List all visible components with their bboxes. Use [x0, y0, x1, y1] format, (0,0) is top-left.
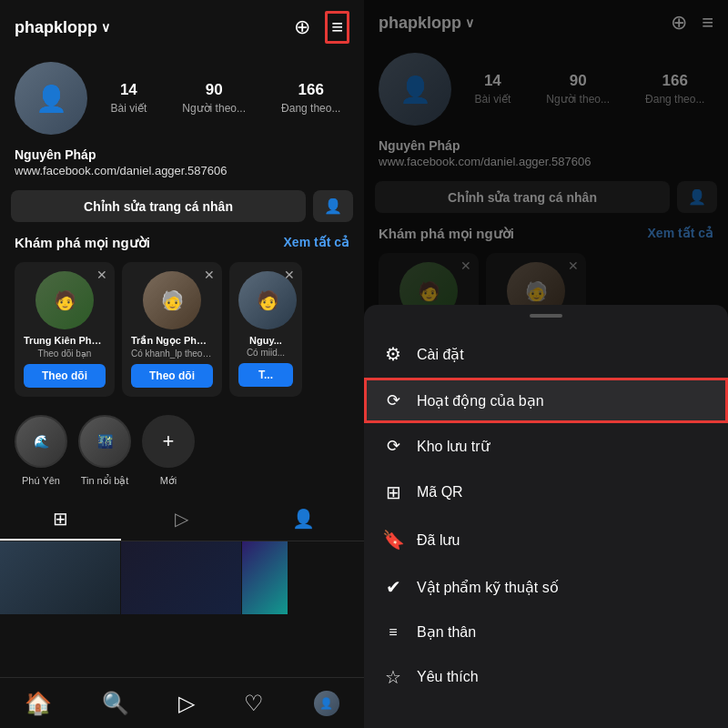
left-stat-followers-number: 90 [182, 81, 246, 99]
left-discover-header: Khám phá mọi người Xem tất cả [0, 228, 364, 255]
bottom-sheet-menu: ⚙ Cài đặt ⟳ Hoạt động của bạn ⟳ Kho lưu … [364, 305, 728, 728]
menu-item-saved[interactable]: 🔖 Đã lưu [364, 516, 728, 563]
left-discover-title: Khám phá mọi người [15, 235, 150, 251]
left-story-label-1: Phú Yên [22, 475, 60, 486]
sheet-handle [530, 314, 562, 318]
left-post-thumb-3[interactable] [242, 541, 288, 614]
left-person-card-1: ✕ 🧑 Trung Kiên Phạm Theo dõi bạn Theo dõ… [15, 262, 115, 397]
left-story-2[interactable]: 🌃 Tin nổi bật [78, 415, 131, 488]
left-nav-avatar: 👤 [314, 691, 339, 716]
left-stat-following-number: 166 [281, 81, 340, 99]
left-bottom-nav: 🏠 🔍 ▷ ♡ 👤 [0, 677, 364, 728]
left-nav-home-icon[interactable]: 🏠 [25, 691, 52, 716]
menu-item-activity[interactable]: ⟳ Hoạt động của bạn [364, 378, 728, 423]
left-nav-profile-icon[interactable]: 👤 [314, 691, 339, 716]
saved-icon: 🔖 [382, 529, 404, 551]
left-stat-posts-label: Bài viết [111, 102, 147, 115]
right-panel: phapklopp ∨ ⊕ ≡ 👤 14 Bài viết 90 Người t… [364, 0, 728, 728]
left-post-thumb-1[interactable] [0, 541, 120, 614]
left-person-sub-1: Theo dõi bạn [24, 349, 106, 359]
settings-icon: ⚙ [382, 343, 404, 365]
left-stat-posts: 14 Bài viết [111, 81, 147, 116]
left-edit-button[interactable]: Chỉnh sửa trang cá nhân [11, 190, 306, 222]
left-follow-btn-1[interactable]: Theo dõi [24, 364, 106, 388]
left-post-thumb-2[interactable] [121, 541, 241, 614]
left-person-card-3: ✕ 🧑 Nguy... Có miid... T... [229, 262, 302, 397]
left-person-sub-3: Có miid... [238, 348, 293, 358]
qr-icon: ⊞ [382, 481, 404, 503]
menu-item-archive[interactable]: ⟳ Kho lưu trữ [364, 423, 728, 469]
left-tab-tagged[interactable]: 👤 [243, 499, 364, 541]
left-story-1[interactable]: 🌊 Phú Yên [15, 415, 67, 488]
left-person-close-2[interactable]: ✕ [204, 268, 215, 282]
left-person-name-1: Trung Kiên Phạm [24, 335, 106, 347]
left-person-name-3: Nguy... [238, 335, 293, 346]
menu-item-favorites[interactable]: ☆ Yêu thích [364, 653, 728, 701]
menu-item-friends[interactable]: ≡ Bạn thân [364, 611, 728, 653]
menu-item-archive-label: Kho lưu trữ [417, 438, 490, 455]
left-person-sub-2: Có khanh_lp theo dõi [131, 349, 213, 359]
menu-item-activity-label: Hoạt động của bạn [417, 392, 544, 410]
left-stat-posts-number: 14 [111, 81, 147, 99]
left-tab-grid[interactable]: ⊞ [0, 499, 121, 541]
archive-icon: ⟳ [382, 436, 404, 456]
left-stat-followers-label: Người theo... [182, 102, 246, 115]
left-person-avatar-2: 🧓 [143, 271, 201, 329]
menu-item-digital[interactable]: ✔ Vật phẩm kỹ thuật số [364, 563, 728, 611]
left-stats-row: 14 Bài viết 90 Người theo... 166 Đang th… [102, 81, 349, 116]
menu-item-settings[interactable]: ⚙ Cài đặt [364, 330, 728, 378]
left-person-avatar-1: 🧑 [35, 271, 94, 329]
left-stat-following-label: Đang theo... [281, 102, 340, 115]
left-nav-reels-icon[interactable]: ▷ [178, 691, 195, 716]
activity-icon: ⟳ [382, 390, 404, 410]
friends-icon: ≡ [382, 624, 404, 641]
menu-item-qr[interactable]: ⊞ Mã QR [364, 469, 728, 516]
left-nav-search-icon[interactable]: 🔍 [102, 691, 129, 716]
left-person-close-3[interactable]: ✕ [284, 268, 295, 282]
left-follow-btn-3[interactable]: T... [238, 363, 293, 387]
left-tab-reels[interactable]: ▷ [121, 499, 242, 541]
menu-item-digital-label: Vật phẩm kỹ thuật số [417, 579, 559, 596]
left-discover-people: ✕ 🧑 Trung Kiên Phạm Theo dõi bạn Theo dõ… [0, 255, 364, 404]
left-person-name-2: Trần Ngọc Phước [131, 335, 213, 347]
left-header-icons: ⊕ ≡ [294, 11, 349, 44]
left-story-circle-1: 🌊 [15, 415, 67, 468]
left-story-new[interactable]: + Mới [142, 415, 195, 488]
menu-item-saved-label: Đã lưu [417, 531, 460, 549]
left-post-grid [0, 541, 364, 665]
left-story-label-2: Tin nổi bật [81, 475, 129, 486]
left-follow-btn-2[interactable]: Theo dõi [131, 364, 213, 388]
left-username-text: phapklopp [15, 18, 97, 37]
menu-item-favorites-label: Yêu thích [417, 669, 479, 685]
left-discover-see-all[interactable]: Xem tất cả [284, 235, 349, 251]
left-profile-section: 👤 14 Bài viết 90 Người theo... 166 Đang … [0, 55, 364, 142]
left-chevron-icon: ∨ [101, 20, 110, 35]
left-story-circle-2: 🌃 [78, 415, 131, 468]
left-person-button[interactable]: 👤 [313, 190, 353, 222]
left-header: phapklopp ∨ ⊕ ≡ [0, 0, 364, 55]
left-profile-action-row: Chỉnh sửa trang cá nhân 👤 [0, 185, 364, 228]
left-story-circle-new: + [142, 415, 195, 468]
left-stat-following: 166 Đang theo... [281, 81, 340, 116]
left-person-close-1[interactable]: ✕ [96, 268, 107, 282]
left-panel: phapklopp ∨ ⊕ ≡ 👤 14 Bài viết 90 Người t… [0, 0, 364, 728]
left-person-card-2: ✕ 🧓 Trần Ngọc Phước Có khanh_lp theo dõi… [122, 262, 222, 397]
left-stories-row: 🌊 Phú Yên 🌃 Tin nổi bật + Mới [0, 404, 364, 499]
menu-item-settings-label: Cài đặt [417, 346, 464, 363]
left-nav-likes-icon[interactable]: ♡ [244, 691, 264, 716]
menu-item-qr-label: Mã QR [417, 484, 463, 500]
left-profile-avatar: 👤 [15, 62, 87, 135]
menu-item-friends-label: Bạn thân [417, 623, 476, 641]
left-menu-icon[interactable]: ≡ [325, 11, 349, 44]
left-stat-followers: 90 Người theo... [182, 81, 246, 116]
screen-container: phapklopp ∨ ⊕ ≡ 👤 14 Bài viết 90 Người t… [0, 0, 728, 728]
left-profile-link[interactable]: www.facebook.com/daniel.agger.587606 [0, 164, 364, 185]
left-tabs-row: ⊞ ▷ 👤 [0, 499, 364, 541]
left-story-label-new: Mới [160, 475, 177, 486]
left-add-icon[interactable]: ⊕ [294, 15, 310, 39]
left-profile-name: Nguyên Pháp [0, 142, 364, 164]
left-username[interactable]: phapklopp ∨ [15, 18, 110, 37]
digital-icon: ✔ [382, 576, 404, 598]
favorites-icon: ☆ [382, 666, 404, 688]
